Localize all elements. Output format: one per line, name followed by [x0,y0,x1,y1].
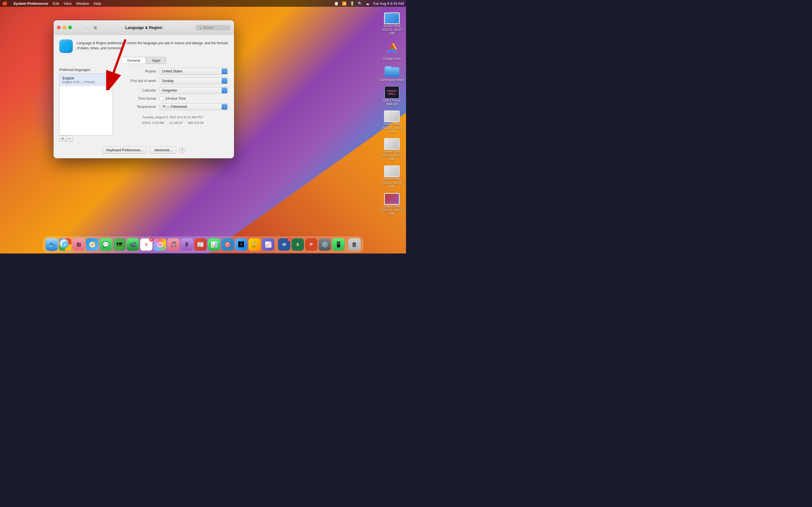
desktop-icon-folder[interactable]: Dominique.moyer [380,64,403,83]
grid-view-button[interactable]: ⊞ [92,24,98,31]
keyboard-preferences-button[interactable]: Keyboard Preferences... [102,147,147,154]
temperature-select[interactable]: °F — Fahrenheit [160,103,229,110]
dock-item-calendar[interactable]: 9 9 [140,238,153,251]
calendar-row: Calendar: Gregorian ⌄ [117,87,229,94]
tabs-container: General Apps [59,57,229,64]
menubar-view[interactable]: View [64,1,71,6]
menubar-help[interactable]: Help [94,1,101,6]
crypt-icon: 🔐 [251,241,258,248]
desktop-icon-screenshot1[interactable]: Screen Shot2022-0...43.07 AM [380,11,403,37]
desktop-icon-screenshot2[interactable]: Screen Shot2022-0...39.55 AM [380,109,403,135]
desktop-icon-screenshot5[interactable]: Screen Shot2022-0...42.19 AM [380,192,403,217]
menubar-wifi-icon[interactable]: 📶 [342,1,347,6]
dock-item-safari[interactable]: 🧭 [86,238,98,251]
menubar-search-icon[interactable]: 🔍 [358,1,362,6]
dock-item-crypt[interactable]: 🔐 [248,238,261,251]
window-titlebar: ‹ › ⊞ Language & Region 🔍 [54,20,234,35]
dock-item-trash[interactable]: 🗑 [348,238,361,251]
tab-apps[interactable]: Apps [146,57,166,64]
screenshot-thumbnail [384,165,400,177]
calendar-select[interactable]: Gregorian [160,87,229,94]
dock-item-powerpoint[interactable]: P [305,238,317,251]
calendar-select-wrapper: Gregorian ⌄ [160,87,229,94]
dock-item-photos[interactable]: 🌸 [154,238,166,251]
menubar-notification-icon[interactable]: ☁ [366,1,369,6]
window-footer: Keyboard Preferences... Advanced... ? [54,143,234,158]
traffic-lights [57,25,72,29]
app-description-text: Language & Region preferences control th… [77,40,229,51]
dock-item-numbers[interactable]: 📊 [208,238,220,251]
dock-item-maps[interactable]: 🗺 [113,238,125,251]
time-format-row: Time format: 24-Hour Time [117,97,229,101]
music-icon: 🎵 [170,241,177,248]
dock-item-messages[interactable]: 💬 [100,238,112,251]
dock-item-finder[interactable]: 🐟 [45,238,58,251]
close-button[interactable] [57,25,61,29]
dock-item-news[interactable]: 📰 [194,238,207,251]
24-hour-checkbox[interactable] [160,97,163,101]
dock-item-word[interactable]: W 1 [278,238,290,251]
language-section: Preferred languages: English English (US… [59,68,113,142]
add-language-button[interactable]: + [59,135,66,142]
desktop-icon-focus-wall[interactable]: FOCUSWALL Unit 1 FocusWall.pdf [380,85,403,107]
search-input[interactable] [203,25,229,30]
dock-item-analytics[interactable]: 📈 [262,238,274,251]
dock-item-appstore[interactable]: 🅰 [235,238,247,251]
podcasts-icon: 🎙 [184,241,190,248]
keynote-icon: 🎯 [224,241,231,248]
maximize-button[interactable] [68,25,72,29]
language-list: English English (US) — Primary [59,73,113,135]
dock-item-podcasts[interactable]: 🎙 [181,238,193,251]
analytics-icon: 📈 [265,241,272,248]
language-item-english[interactable]: English English (US) — Primary [59,74,112,86]
minimize-button[interactable] [63,25,66,29]
search-icon: 🔍 [198,25,202,29]
desktop-icon-screenshot4[interactable]: Screen Shot2022-0...40.06 AM [380,164,403,189]
svg-rect-7 [385,66,391,69]
region-select[interactable]: United States [160,68,229,75]
time-format-label: Time format: [117,97,157,101]
dock-item-phone[interactable]: 📱 [332,238,345,251]
back-button[interactable]: ‹ [75,24,82,31]
menubar-edit[interactable]: Edit [53,1,59,6]
preview-number: 12,345.67 [169,121,183,124]
app-icon: 🌐 [59,40,73,53]
menubar-app-name[interactable]: System Preferences [13,1,48,6]
first-day-select[interactable]: Sunday [160,77,229,84]
dock-item-keynote[interactable]: 🎯 [221,238,234,251]
apple-menu[interactable]: 🍎 [2,1,8,6]
menubar-battery-icon[interactable]: 🔋 [350,1,354,6]
menubar-clock: Tue Aug 9 6:43 AM [373,1,404,6]
safari-icon: 🧭 [89,241,96,248]
desktop-icon-label: Dominique.moyer [380,78,404,82]
preview-short-date: 8/9/22, 6:43 AM [142,121,164,124]
region-select-wrapper: United States ⌄ [160,68,229,75]
dock-item-control-center[interactable]: ⚙️ [319,238,331,251]
dock-item-excel[interactable]: X [292,238,304,251]
preview-currency: $45,678.90 [188,121,204,124]
search-bar[interactable]: 🔍 [196,25,231,31]
help-button[interactable]: ? [179,147,185,153]
control-center-icon: ⚙️ [321,241,328,248]
desktop-icon-google-drive[interactable]: Google Drive [380,39,403,62]
svg-marker-2 [387,49,397,52]
desktop-icon-screenshot3[interactable]: Screen Shot2022-0...40.02 AM [380,137,403,162]
menubar-window[interactable]: Window [76,1,89,6]
dock-item-launchpad[interactable]: ⊞ [72,238,85,251]
tab-general[interactable]: General [121,57,146,64]
desktop-icon-label: Google Drive [383,57,401,61]
window-title: Language & Region [125,25,162,30]
pdf-thumbnail: FOCUSWALL [385,86,399,99]
launchpad-icon: ⊞ [77,241,81,248]
forward-button[interactable]: › [83,24,89,31]
facetime-icon: 📹 [130,241,137,248]
language-list-buttons: + − [59,135,113,142]
dock-item-chrome[interactable]: 🌐 [59,238,71,251]
menubar-dropbox-icon[interactable]: 📋 [334,1,339,6]
powerpoint-icon: P [310,242,312,247]
advanced-button[interactable]: Advanced... [150,147,176,154]
remove-language-button[interactable]: − [66,135,73,142]
maps-icon: 🗺 [116,241,122,248]
dock-item-music[interactable]: 🎵 [167,238,180,251]
dock-item-facetime[interactable]: 📹 [126,238,139,251]
